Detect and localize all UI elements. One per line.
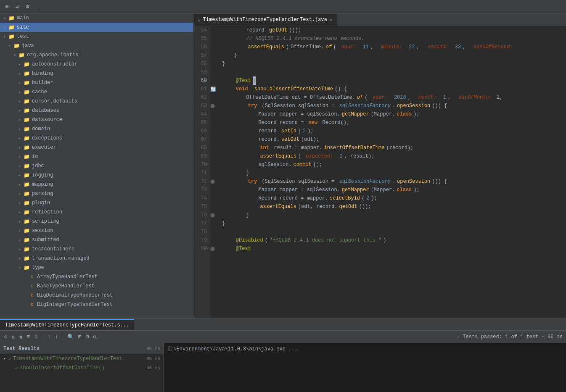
sidebar-item-array-type-handler-test[interactable]: C ArrayTypeHandlerTest: [0, 272, 193, 282]
sidebar-item-transaction-managed[interactable]: ▸ 📁 transaction.managed: [0, 254, 193, 263]
test-tree-timestamp-class[interactable]: ▾ ✓ TimestampWithTimezoneTypeHandlerTest…: [0, 354, 164, 363]
sidebar-item-main[interactable]: ▸ 📁 main: [0, 13, 193, 23]
sidebar-item-jdbc[interactable]: ▸ 📁 jdbc: [0, 161, 193, 171]
down-icon[interactable]: ↓: [54, 333, 59, 341]
code-line-54: record.getUdt());: [222, 26, 563, 34]
rerun-icon[interactable]: ⇅: [11, 333, 16, 341]
sidebar-item-builder[interactable]: ▸ 📁 builder: [0, 78, 193, 87]
sidebar-item-datasource[interactable]: ▸ 📁 datasource: [0, 115, 193, 124]
sidebar-item-io[interactable]: ▸ 📁 io: [0, 152, 193, 161]
globe-icon[interactable]: ⊕: [3, 2, 10, 11]
sidebar-item-type[interactable]: ▾ 📁 type: [0, 263, 193, 272]
breakpoint-icon-79[interactable]: ⬤: [210, 245, 219, 253]
sidebar-item-site[interactable]: ▸ 📁 site: [0, 23, 193, 32]
tab-close-icon[interactable]: ✕: [330, 17, 333, 23]
sidebar-item-scripting[interactable]: ▸ 📁 scripting: [0, 217, 193, 226]
sidebar-item-reflection[interactable]: ▸ 📁 reflection: [0, 208, 193, 217]
test-tree-should-insert[interactable]: ✓ shouldInsertOffsetDateTime() 96 ms: [0, 363, 164, 373]
test-class-label: TimestampWithTimezoneTypeHandlerTest: [13, 356, 122, 362]
breakpoint-icon-76[interactable]: ⬤: [210, 211, 219, 219]
run-tab-timestamp[interactable]: TimestampWithTimezoneTypeHandlerTest.s..…: [0, 319, 134, 330]
arrow-icon: ▸: [3, 34, 8, 39]
line-num-67: 67: [197, 135, 207, 144]
folder-icon: 📁: [24, 228, 30, 234]
editor-area: ☕ TimestampWithTimezoneTypeHandlerTest.j…: [193, 13, 566, 318]
code-line-61: void shouldInsertOffsetDateTime() {: [222, 85, 563, 93]
sidebar-item-label: parsing: [32, 191, 53, 197]
editor-tab-timestamp[interactable]: ☕ TimestampWithTimezoneTypeHandlerTest.j…: [193, 14, 337, 26]
expand-tree-icon[interactable]: ⊞: [77, 333, 82, 341]
code-line-79: @Disabled("HSQLDB 2.4.1 does not support…: [222, 236, 563, 245]
folder-icon: 📁: [13, 43, 20, 49]
folder-icon: 📁: [24, 61, 30, 68]
sidebar-item-label: java: [22, 43, 34, 49]
rerun-failed-icon[interactable]: ⇅: [19, 333, 24, 341]
test-status-bar: ✓ Tests passed: 1 of 1 test – 96 ms: [457, 334, 563, 340]
arrow-icon: ▸: [19, 237, 24, 242]
line-num-75: 75: [197, 203, 207, 211]
code-line-67: record.setOdt(odt);: [222, 135, 563, 144]
code-editor[interactable]: 54 55 56 57 58 59 60 61 62 63 64 65 66 6…: [193, 26, 566, 318]
breakpoint-icon-63[interactable]: ⬤: [210, 102, 219, 110]
stop-icon[interactable]: ⊘: [3, 333, 8, 341]
sidebar-item-domain[interactable]: ▸ 📁 domain: [0, 124, 193, 134]
sidebar-item-session[interactable]: ▸ 📁 session: [0, 226, 193, 235]
sidebar-item-binding[interactable]: ▸ 📁 binding: [0, 69, 193, 78]
folder-icon: 📁: [24, 89, 30, 95]
line-num-63: 63: [197, 102, 207, 110]
sidebar-item-exceptions[interactable]: ▸ 📁 exceptions: [0, 134, 193, 143]
sidebar-item-parsing[interactable]: ▸ 📁 parsing: [0, 189, 193, 198]
code-line-77: }: [222, 219, 563, 228]
sidebar-item-testcontainers[interactable]: ▸ 📁 testcontainers: [0, 245, 193, 254]
folder-icon: 📁: [19, 52, 25, 58]
sidebar-item-plugin[interactable]: ▸ 📁 plugin: [0, 198, 193, 208]
toolbar-separator: [43, 334, 43, 340]
code-line-72: try (SqlSession sqlSession = sqlSessionF…: [222, 177, 563, 186]
sidebar-item-databases[interactable]: ▸ 📁 databases: [0, 106, 193, 115]
line-num-76: 76: [197, 211, 207, 219]
sidebar-item-cache[interactable]: ▸ 📁 cache: [0, 87, 193, 97]
breakpoint-icon-72[interactable]: ⬤: [210, 177, 219, 186]
sidebar-item-biginteger-type-handler-test[interactable]: C BigIntegerTypeHandlerTest: [0, 300, 193, 309]
line-num-57: 57: [197, 51, 207, 60]
up-icon[interactable]: ↑: [47, 333, 52, 341]
sidebar-item-label: builder: [32, 80, 53, 86]
sidebar-item-java[interactable]: ▾ 📁 java: [0, 41, 193, 50]
code-content[interactable]: record.getUdt()); // HSQLDB 2.4.1 trunca…: [219, 26, 566, 318]
run-gutter-icon[interactable]: 🔄: [210, 85, 219, 93]
search-icon[interactable]: 🔍: [66, 333, 75, 341]
console-panel: I:\Environment\Java\11.0.3\bin\java.exe …: [164, 343, 566, 392]
sidebar-item-autoconstructor[interactable]: ▸ 📁 autoconstructor: [0, 60, 193, 69]
console-output-line: I:\Environment\Java\11.0.3\bin\java.exe …: [167, 345, 563, 353]
line-num-72: 72: [197, 177, 207, 186]
sidebar-item-label: test: [17, 34, 29, 39]
sidebar-item-org-apache-ibatis[interactable]: ▾ 📁 org.apache.ibatis: [0, 50, 193, 60]
sidebar-item-label: scripting: [32, 218, 59, 224]
line-num-62: 62: [197, 93, 207, 102]
sidebar-item-bigdecimal-type-handler-test[interactable]: C BigDecimalTypeHandlerTest: [0, 291, 193, 300]
settings-icon[interactable]: ⚙: [24, 2, 31, 11]
arrow-icon: ▸: [19, 228, 24, 233]
sidebar-item-test[interactable]: ▸ 📁 test: [0, 32, 193, 41]
sort-icon[interactable]: ≡: [26, 333, 31, 341]
line-num-55: 55: [197, 34, 207, 43]
line-num-78: 78: [197, 228, 207, 236]
sidebar-item-label: cursor.defaults: [32, 98, 77, 104]
sidebar-item-cursor-defaults[interactable]: ▸ 📁 cursor.defaults: [0, 97, 193, 106]
main-area: ▸ 📁 main ▸ 📁 site ▸ 📁 test ▾ 📁 java ▾ 📁 …: [0, 13, 566, 318]
sidebar-item-label: binding: [32, 71, 53, 76]
sidebar-item-logging[interactable]: ▸ 📁 logging: [0, 171, 193, 180]
sidebar-item-base-type-handler-test[interactable]: C BaseTypeHandlerTest: [0, 282, 193, 291]
sidebar-item-label: domain: [32, 126, 50, 132]
config-icon[interactable]: ⚙: [93, 333, 98, 341]
collapse-tree-icon[interactable]: ⊟: [85, 333, 90, 341]
sidebar-item-label: BigDecimalTypeHandlerTest: [37, 292, 113, 298]
diff-icon[interactable]: ⇄: [13, 2, 20, 11]
sidebar-item-executor[interactable]: ▸ 📁 executor: [0, 143, 193, 152]
code-line-58: }: [222, 60, 563, 68]
sidebar-item-submitted[interactable]: ▸ 📁 submitted: [0, 235, 193, 245]
arrow-icon: ▸: [3, 25, 8, 30]
sidebar-item-mapping[interactable]: ▸ 📁 mapping: [0, 180, 193, 189]
expand-icon[interactable]: ⥮: [33, 333, 40, 341]
minimize-icon[interactable]: —: [34, 3, 41, 11]
